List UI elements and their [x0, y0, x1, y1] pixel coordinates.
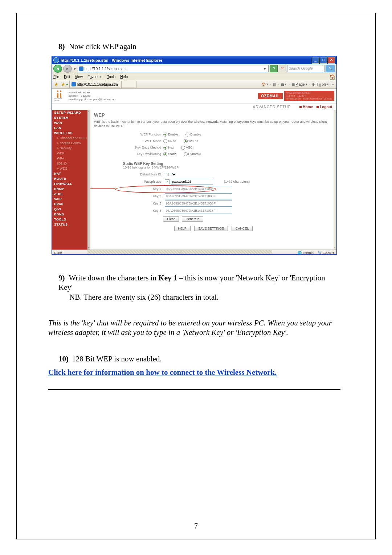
radio-icon — [163, 139, 167, 143]
toolbar-overflow-icon[interactable]: » — [331, 82, 335, 86]
oze-url: www.ozemail.com.au — [286, 92, 332, 94]
forward-button[interactable]: ► — [63, 65, 72, 73]
sidebar-item-1[interactable]: SYSTEM — [52, 115, 90, 120]
sidebar-item-15[interactable]: SNMP — [52, 186, 90, 191]
tab-toolbar-row: ★ ★+ http://10.1.1.1/setupa.stm 🏠▾ · ▤ ·… — [52, 80, 336, 89]
key_entry-option-a[interactable]: Hex — [163, 146, 174, 150]
tab-title: http://10.1.1.1/setupa.stm — [77, 82, 118, 86]
browser-tab[interactable]: http://10.1.1.1/setupa.stm — [69, 81, 120, 88]
section-divider — [48, 389, 340, 390]
step-8-text: Now click WEP again — [69, 42, 136, 51]
sidebar-item-19[interactable]: QoS — [52, 207, 90, 212]
wep_mode-option-b[interactable]: 128-bit — [184, 139, 199, 143]
home-toolbar-icon[interactable]: 🏠▾ — [260, 82, 269, 86]
close-button[interactable]: ✕ — [328, 57, 335, 64]
step-10-number: 10) — [58, 355, 69, 363]
new-tab-button[interactable] — [121, 81, 136, 88]
address-dropdown-icon[interactable]: ▾ — [262, 67, 267, 71]
annotation-line — [90, 188, 115, 189]
nav-dropdown[interactable]: ▾ — [73, 65, 77, 72]
sidebar-item-7[interactable]: » Security — [52, 146, 90, 151]
sidebar-item-21[interactable]: TOOLS — [52, 217, 90, 222]
stop-button[interactable]: ✕ — [279, 65, 286, 72]
sidebar-scrollbar[interactable]: ▴▾ — [87, 110, 90, 250]
favorites-center-icon[interactable]: ★ — [53, 81, 59, 87]
key3-input[interactable] — [165, 200, 232, 207]
page-description: WEP is the basic mechanism to transmit y… — [94, 120, 333, 128]
back-button[interactable]: ◄ — [53, 65, 62, 73]
save-settings-button[interactable]: SAVE SETTINGS — [194, 226, 228, 231]
key_prov-option-a[interactable]: Static — [163, 152, 176, 156]
refresh-button[interactable]: ↻ — [270, 65, 278, 72]
menu-file[interactable]: File — [53, 75, 59, 79]
sidebar-item-2[interactable]: WAN — [52, 120, 90, 125]
oze-email: emailsupport - support@ozemail.com.au — [286, 97, 332, 100]
passphrase-checkbox[interactable]: ✓ — [165, 179, 170, 184]
help-button[interactable]: HELP — [174, 226, 191, 231]
page-menu[interactable]: ▦ Page▾ — [290, 82, 308, 86]
clear-button[interactable]: Clear — [163, 216, 179, 222]
sidebar-item-14[interactable]: FIREWALL — [52, 181, 90, 186]
ie-window: http://10.1.1.1/setupa.stm - Windows Int… — [52, 56, 337, 255]
sidebar-item-12[interactable]: NAT — [52, 171, 90, 176]
menu-edit[interactable]: Edit — [64, 75, 70, 79]
maximize-button[interactable]: □ — [320, 57, 327, 64]
default-key-id-select[interactable]: 1 — [165, 172, 177, 177]
tools-menu[interactable]: ⚙ Tools▾ — [311, 82, 330, 86]
option-row-wep_function: WEP FunctionEnableDisable — [116, 131, 333, 138]
search-input[interactable]: Search Google — [287, 65, 324, 72]
menu-help[interactable]: Help — [120, 75, 128, 79]
option-row-key_entry: Key Entry MethodHexASCII — [116, 144, 333, 151]
home-icon-menu[interactable]: 🏠 — [329, 74, 335, 79]
passphrase-input[interactable] — [171, 179, 213, 185]
sidebar-item-8[interactable]: WEP — [52, 151, 90, 156]
key_entry-option-b[interactable]: ASCII — [181, 146, 195, 150]
sidebar-item-6[interactable]: » Access Control — [52, 141, 90, 146]
static-wep-sub: 10/26 hex digits for 64-WEP/128-WEP — [123, 166, 333, 169]
menu-favorites[interactable]: Favorites — [87, 75, 102, 79]
sidebar-item-20[interactable]: DDNS — [52, 212, 90, 217]
key2-input[interactable] — [165, 193, 232, 199]
wep_mode-option-a[interactable]: 64-bit — [163, 139, 176, 143]
search-go-button[interactable]: 🔍 — [326, 65, 335, 72]
sidebar-item-11[interactable]: » WDS — [52, 166, 90, 171]
oze-support: support - 132884 — [286, 94, 332, 97]
wep_function-option-a[interactable]: Enable — [163, 133, 178, 137]
key4-input[interactable] — [165, 208, 232, 214]
key_prov-option-b[interactable]: Dynamic — [184, 152, 201, 156]
cancel-button[interactable]: CANCEL — [232, 226, 253, 231]
address-bar-row: ◄ ► ▾ http://10.1.1.1/setupa.stm ▾ ↻ ✕ S… — [52, 64, 336, 73]
sidebar-item-5[interactable]: » Channel and SSID — [52, 135, 90, 141]
home-link[interactable]: Home — [299, 105, 313, 109]
sidebar-item-16[interactable]: ADSL — [52, 191, 90, 197]
sidebar-item-4[interactable]: WIRELESS — [52, 130, 90, 135]
radio-icon — [184, 139, 188, 143]
address-bar[interactable]: http://10.1.1.1/setupa.stm ▾ — [78, 65, 269, 72]
add-favorite-icon[interactable]: ★ — [60, 81, 66, 87]
print-icon[interactable]: 🖶▾ — [279, 82, 288, 86]
feeds-icon[interactable]: ▤ — [272, 82, 277, 86]
menu-tools[interactable]: Tools — [107, 75, 115, 79]
router-sidebar: ▴▾ SETUP WIZARDSYSTEMWANLANWIRELESS» Cha… — [52, 110, 90, 250]
sidebar-item-22[interactable]: STATUS — [52, 222, 90, 227]
zoom-control[interactable]: 🔍 100% ▾ — [318, 251, 334, 255]
minimize-button[interactable]: _ — [312, 57, 319, 64]
sidebar-item-17[interactable]: VoIP — [52, 197, 90, 202]
generate-button[interactable]: Generate — [182, 216, 204, 222]
sidebar-item-0[interactable]: SETUP WIZARD — [52, 110, 90, 115]
logout-link[interactable]: Logout — [317, 105, 332, 109]
sidebar-item-9[interactable]: WPA — [52, 156, 90, 161]
sidebar-item-3[interactable]: LAN — [52, 125, 90, 130]
option-row-wep_mode: WEP Mode64-bit128-bit — [116, 138, 333, 144]
ozemail-logo: OZEMAIL — [258, 93, 283, 99]
advanced-setup-label: ADVANCED SETUP — [253, 105, 291, 109]
sidebar-item-10[interactable]: 802.1X — [52, 161, 90, 166]
sidebar-item-13[interactable]: ROUTE — [52, 176, 90, 181]
wep_function-option-b[interactable]: Disable — [185, 133, 201, 137]
add-icon: + — [66, 82, 68, 86]
address-favicon-icon — [79, 66, 83, 71]
sidebar-item-18[interactable]: UPnP — [52, 202, 90, 207]
connect-wireless-link[interactable]: Click here for information on how to con… — [48, 368, 277, 377]
menu-view[interactable]: View — [75, 75, 83, 79]
content-scrollbar[interactable]: ▴▾ — [334, 110, 336, 250]
